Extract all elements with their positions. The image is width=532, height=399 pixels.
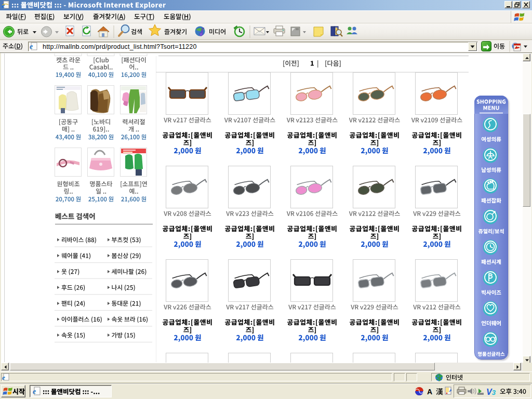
svg-text:e: e xyxy=(2,2,5,9)
svg-text:e: e xyxy=(30,43,33,50)
svg-text:e: e xyxy=(33,388,36,395)
svg-text:V3: V3 xyxy=(486,388,496,396)
svg-text:A: A xyxy=(427,388,432,396)
svg-text:e: e xyxy=(2,374,5,381)
